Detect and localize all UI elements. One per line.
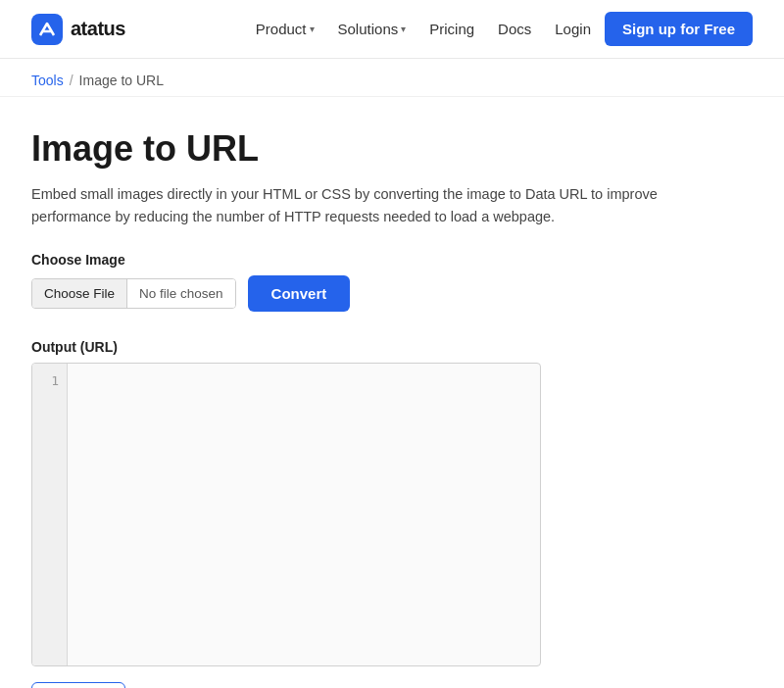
signup-button[interactable]: Sign up for Free <box>605 12 753 46</box>
header: atatus Product ▾ Solutions ▾ Pricing Doc… <box>0 0 784 59</box>
breadcrumb-separator: / <box>70 73 74 88</box>
breadcrumb-current: Image to URL <box>79 73 164 88</box>
main-nav: Product ▾ Solutions ▾ Pricing Docs Login… <box>246 12 753 46</box>
copy-button[interactable]: Copy <box>31 682 125 688</box>
nav-docs[interactable]: Docs <box>488 15 541 43</box>
file-input-wrapper: Choose File No file chosen <box>31 278 236 309</box>
logo: atatus <box>31 14 125 45</box>
svg-rect-0 <box>31 14 63 45</box>
page-description: Embed small images directly in your HTML… <box>31 183 717 228</box>
convert-button[interactable]: Convert <box>248 275 351 312</box>
output-area-wrapper: 1 <box>31 363 541 666</box>
breadcrumb: Tools / Image to URL <box>31 73 753 88</box>
nav-pricing[interactable]: Pricing <box>419 15 484 43</box>
breadcrumb-bar: Tools / Image to URL <box>0 59 784 97</box>
choose-image-label: Choose Image <box>31 252 753 268</box>
main-content: Image to URL Embed small images directly… <box>0 97 784 688</box>
chevron-down-icon: ▾ <box>401 24 406 34</box>
output-label: Output (URL) <box>31 339 753 355</box>
nav-solutions[interactable]: Solutions ▾ <box>328 15 416 43</box>
line-numbers: 1 <box>32 364 68 665</box>
nav-product[interactable]: Product ▾ <box>246 15 324 43</box>
file-name-display: No file chosen <box>127 279 235 308</box>
page-title: Image to URL <box>31 128 753 170</box>
output-textarea[interactable] <box>68 364 540 665</box>
nav-login[interactable]: Login <box>545 15 601 43</box>
file-input-row: Choose File No file chosen Convert <box>31 275 753 312</box>
chevron-down-icon: ▾ <box>310 24 315 34</box>
choose-file-button[interactable]: Choose File <box>32 279 127 308</box>
logo-text: atatus <box>71 18 125 40</box>
breadcrumb-tools-link[interactable]: Tools <box>31 73 64 88</box>
logo-icon <box>31 14 63 45</box>
